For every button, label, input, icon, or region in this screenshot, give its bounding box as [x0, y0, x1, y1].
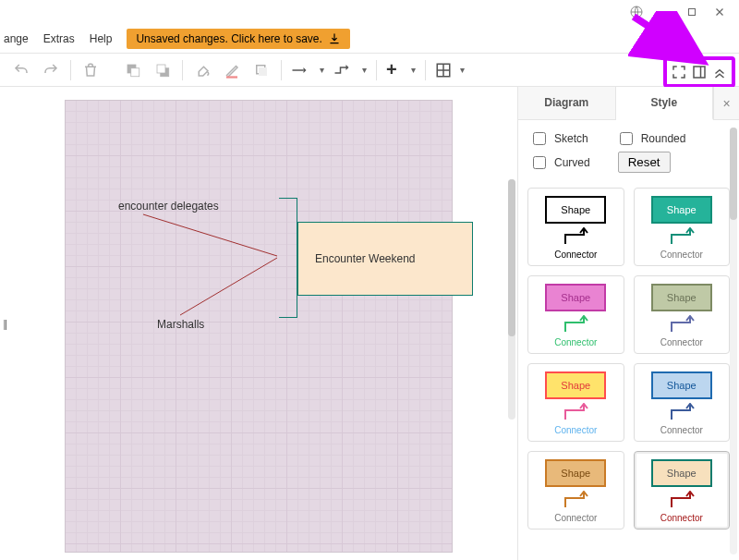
toolbar-separator — [376, 60, 377, 80]
style-swatch[interactable]: ShapeConnector — [634, 188, 731, 266]
svg-line-17 — [143, 214, 277, 256]
svg-rect-6 — [157, 65, 165, 73]
close-icon: × — [722, 96, 730, 111]
panel-scrollbar[interactable] — [730, 128, 737, 554]
curved-label: Curved — [554, 156, 590, 169]
swatch-shape: Shape — [651, 284, 712, 311]
toolbar-separator — [425, 60, 426, 80]
swatch-shape: Shape — [651, 371, 712, 399]
rounded-checkbox[interactable]: Rounded — [616, 129, 686, 148]
chevron-down-icon: ▾ — [362, 65, 367, 75]
style-swatch[interactable]: ShapeConnector — [527, 188, 624, 266]
canvas-label-marshalls[interactable]: Marshalls — [157, 318, 204, 331]
swatch-shape: Shape — [545, 196, 606, 224]
style-swatch[interactable]: ShapeConnector — [527, 275, 624, 354]
sketch-checkbox[interactable]: Sketch — [529, 129, 588, 148]
swatch-connector-label: Connector — [660, 337, 703, 347]
node-encounter-weekend[interactable]: Encounter Weekend — [297, 222, 473, 296]
svg-rect-4 — [131, 67, 139, 76]
format-panel-toggle[interactable] — [689, 62, 709, 82]
swatch-shape: Shape — [651, 459, 712, 487]
delete-button[interactable] — [77, 57, 104, 83]
chevron-down-icon: ▾ — [411, 65, 416, 75]
undo-button[interactable] — [7, 57, 35, 83]
swatch-connector-label: Connector — [660, 425, 703, 435]
toolbar-separator — [70, 60, 71, 80]
swatch-connector-icon — [664, 489, 699, 509]
svg-line-18 — [180, 258, 277, 315]
chevron-down-icon: ▾ — [320, 65, 324, 75]
swatch-connector-icon — [664, 225, 699, 246]
shadow-button[interactable] — [248, 57, 275, 83]
canvas-label-delegates[interactable]: encounter delegates — [118, 200, 219, 213]
chevron-down-icon: ▾ — [460, 65, 465, 75]
swatch-connector-icon — [664, 401, 699, 421]
swatch-shape: Shape — [545, 284, 606, 311]
window-minimize-icon[interactable] — [650, 3, 678, 21]
insert-dropdown[interactable]: +▾ — [382, 57, 419, 83]
swatch-connector-label: Connector — [554, 425, 597, 435]
swatch-connector-icon — [558, 225, 593, 246]
bracket-connector — [279, 198, 297, 318]
toolbar-separator — [281, 60, 282, 80]
unsaved-changes-chip[interactable]: Unsaved changes. Click here to save. — [127, 29, 349, 49]
svg-rect-2 — [689, 9, 696, 16]
style-swatch[interactable]: ShapeConnector — [634, 275, 731, 354]
curved-checkbox[interactable]: Curved — [529, 153, 590, 172]
diagram-canvas[interactable]: encounter delegates Marshalls Encounter … — [65, 100, 453, 553]
format-panel: Diagram Style × Sketch Rounded Curved Re… — [517, 87, 739, 560]
swatch-connector-icon — [664, 313, 699, 334]
to-front-button[interactable] — [119, 57, 147, 83]
swatch-connector-label: Connector — [554, 513, 597, 523]
swatch-connector-label: Connector — [660, 250, 703, 260]
line-color-button[interactable] — [218, 57, 246, 83]
tab-diagram[interactable]: Diagram — [518, 87, 616, 119]
window-maximize-icon[interactable] — [678, 3, 706, 21]
menu-arrange[interactable]: ange — [4, 32, 29, 45]
globe-icon[interactable] — [623, 3, 650, 21]
svg-rect-9 — [259, 67, 267, 76]
sketch-label: Sketch — [554, 132, 588, 145]
scrollbar-thumb[interactable] — [508, 179, 515, 336]
download-icon — [328, 32, 341, 45]
collapse-button[interactable] — [709, 62, 730, 82]
close-panel-button[interactable]: × — [713, 87, 739, 119]
style-swatch[interactable]: ShapeConnector — [527, 451, 624, 530]
table-dropdown[interactable]: ▾ — [431, 57, 468, 83]
node-title: Encounter Weekend — [315, 252, 416, 265]
window-close-icon[interactable] — [706, 3, 733, 21]
swatch-connector-icon — [558, 313, 593, 334]
redo-button[interactable] — [37, 57, 65, 83]
view-controls-highlight — [663, 56, 735, 88]
menu-extras[interactable]: Extras — [43, 32, 75, 45]
fill-color-button[interactable] — [188, 57, 216, 83]
style-swatch[interactable]: ShapeConnector — [527, 363, 624, 442]
swatch-connector-icon — [558, 489, 593, 509]
waypoints-dropdown[interactable]: ▾ — [330, 57, 370, 83]
scrollbar-thumb[interactable] — [730, 128, 737, 220]
toolbar-separator — [182, 60, 183, 80]
rounded-label: Rounded — [641, 132, 686, 145]
swatch-connector-label: Connector — [554, 250, 597, 260]
swatch-connector-label: Connector — [660, 513, 703, 523]
swatch-connector-icon — [558, 401, 593, 421]
menu-help[interactable]: Help — [90, 32, 113, 45]
canvas-area[interactable]: ‖ encounter delegates Marshalls Encounte… — [0, 87, 517, 560]
fullscreen-button[interactable] — [669, 62, 689, 82]
canvas-scrollbar[interactable] — [508, 179, 515, 420]
left-ruler-handle[interactable]: ‖ — [0, 87, 12, 560]
style-swatch[interactable]: ShapeConnector — [634, 363, 731, 442]
style-swatch[interactable]: ShapeConnector — [634, 451, 731, 530]
reset-button[interactable]: Reset — [618, 152, 671, 173]
connection-style-dropdown[interactable]: ▾ — [287, 57, 328, 83]
swatch-shape: Shape — [651, 196, 712, 224]
swatch-shape: Shape — [545, 371, 606, 399]
svg-rect-14 — [694, 67, 705, 78]
swatch-shape: Shape — [545, 459, 606, 487]
unsaved-changes-label: Unsaved changes. Click here to save. — [136, 32, 321, 45]
tab-style[interactable]: Style — [616, 87, 714, 120]
swatch-connector-label: Connector — [554, 337, 597, 347]
to-back-button[interactable] — [149, 57, 176, 83]
plus-icon: + — [386, 59, 397, 80]
